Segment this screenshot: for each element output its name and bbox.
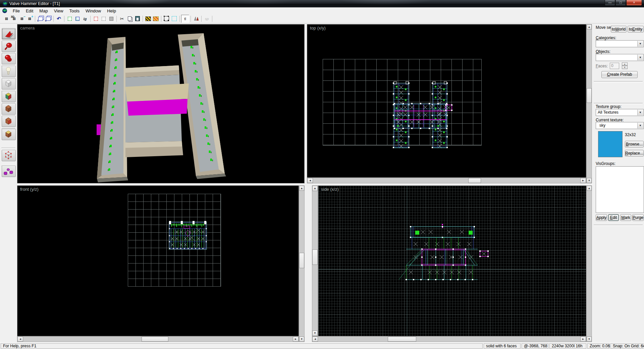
scroll-up-arrow[interactable]: ▲ [587,24,592,30]
scroll-up-arrow[interactable]: ▲ [587,186,592,191]
scroll-thumb[interactable] [142,337,168,342]
copy-icon[interactable] [126,15,133,22]
save-window-state-icon[interactable]: s [44,15,52,22]
menu-edit[interactable]: Edit [23,8,36,14]
menu-file[interactable]: File [10,8,23,14]
create-prefab-button[interactable]: Create Prefab [601,71,638,78]
scroll-down-arrow[interactable]: ▼ [312,331,318,336]
larger-grid-icon[interactable]: ⌗+ [26,15,34,22]
apply-texture-tool-button[interactable] [2,103,16,115]
ignore-groups-icon[interactable]: ig [81,15,89,22]
apply-button[interactable]: Apply [596,214,607,221]
selection-tool-button[interactable] [2,28,16,40]
chevron-down-icon[interactable]: ▼ [637,55,643,60]
front-vscrollbar[interactable]: ▲ ▼ [299,185,305,342]
toolbar-separator [212,16,212,22]
texture-lock-toggle[interactable]: tl [181,15,189,23]
front-viewport[interactable]: front (y/z) [17,185,299,336]
scroll-down-arrow[interactable]: ▼ [587,337,592,342]
split-path-icon[interactable]: sp [203,15,211,22]
magnify-tool-button[interactable] [2,41,16,52]
vertex-tool-button[interactable] [2,150,16,161]
current-texture-combobox[interactable]: sky ▼ [596,122,644,129]
scroll-up-arrow[interactable]: ▲ [299,186,304,191]
group-icon[interactable] [66,15,73,22]
make-hollow-icon[interactable] [152,15,160,22]
front-hscrollbar[interactable]: ◄ ► [17,336,299,342]
clipping-tool-button[interactable] [2,129,16,140]
scroll-left-arrow[interactable]: ◄ [17,337,23,342]
side-right-vscrollbar[interactable]: ▲ ▼ [586,185,592,342]
edit-button[interactable]: Edit [608,214,619,221]
toggle-3d-grid-icon[interactable]: ⌗3D [10,15,18,22]
carve-icon[interactable] [144,15,152,22]
menu-view[interactable]: View [51,8,66,14]
scroll-up-arrow[interactable]: ▲ [312,186,318,191]
scroll-thumb[interactable] [299,253,304,268]
toolbar-separator [35,16,35,22]
spinner-up-icon[interactable]: ▲ [622,62,628,66]
to-world-button[interactable]: toWorld [611,26,627,33]
top-vscrollbar[interactable]: ▲ ▼ [586,24,592,183]
spinner-down-icon[interactable]: ▼ [622,66,628,69]
texture-application-tool-button[interactable] [2,91,16,102]
smaller-grid-icon[interactable]: ⌗− [18,15,26,22]
camera-tool-button[interactable] [2,53,16,64]
scroll-left-arrow[interactable]: ◄ [307,178,313,183]
load-window-state-icon[interactable]: L [37,15,44,22]
ungroup-icon[interactable] [73,15,81,22]
hide-unselected-icon[interactable] [100,15,107,22]
side-vscrollbar[interactable]: ▲ ▼ [312,185,318,336]
scroll-right-arrow[interactable]: ► [293,337,299,342]
top-viewport[interactable]: top (x/y) [307,24,586,178]
close-button[interactable]: × [626,0,642,6]
select-handles-icon[interactable] [163,15,170,22]
top-hscrollbar[interactable]: ◄ ► [307,178,586,183]
scroll-thumb[interactable] [312,249,318,265]
path-tool-button[interactable] [2,166,16,177]
chevron-down-icon[interactable]: ▼ [637,110,643,115]
chevron-down-icon[interactable]: ▼ [637,123,643,128]
cut-icon[interactable]: ✂ [118,15,126,22]
objects-combobox[interactable]: ▼ [596,54,644,61]
entity-tool-button[interactable] [2,66,16,77]
chevron-down-icon[interactable]: ▼ [637,41,643,47]
menu-window[interactable]: Window [83,8,104,14]
paste-icon[interactable] [133,15,141,22]
replace-button[interactable]: Replace... [625,150,644,157]
side-hscrollbar[interactable]: ◄ ► [312,336,586,342]
scroll-right-arrow[interactable]: ► [580,178,586,183]
knife-icon[interactable] [192,15,200,22]
mark-button[interactable]: Mark [620,214,631,221]
visgroups-listbox[interactable] [596,166,644,213]
apply-decals-tool-button[interactable] [2,116,16,127]
menu-tools[interactable]: Tools [66,8,83,14]
toggle-grid-icon[interactable]: ⌗ [3,15,10,22]
show-all-icon[interactable] [107,15,115,22]
scroll-down-arrow[interactable]: ▼ [299,337,304,342]
texture-group-combobox[interactable]: All Textures ▼ [596,109,644,116]
maximize-button[interactable]: □ [615,0,626,6]
purge-button[interactable]: Purge [632,214,644,221]
scroll-down-arrow[interactable]: ▼ [587,178,592,183]
selection-box-icon[interactable] [170,15,178,22]
side-viewport[interactable]: side (x/z) [318,185,586,336]
camera-viewport[interactable]: camera [17,24,305,183]
scroll-thumb[interactable] [468,178,481,183]
scroll-thumb[interactable] [388,337,416,342]
minimize-button[interactable]: — [605,0,615,6]
scroll-left-arrow[interactable]: ◄ [312,337,318,342]
document-icon [2,8,7,13]
menu-help[interactable]: Help [104,8,119,14]
categories-combobox[interactable]: ▼ [596,40,644,47]
hide-selected-icon[interactable] [92,15,100,22]
menu-map[interactable]: Map [36,8,51,14]
vertical-splitter-lower[interactable] [305,183,312,342]
faces-field[interactable]: 0 [610,63,619,69]
browse-button[interactable]: Browse... [625,141,644,148]
scroll-right-arrow[interactable]: ► [580,337,586,342]
block-tool-button[interactable] [2,78,16,90]
to-entity-button[interactable]: toEntity [628,26,644,33]
undo-icon[interactable]: ↶ [55,15,63,22]
scroll-thumb[interactable] [587,88,592,103]
